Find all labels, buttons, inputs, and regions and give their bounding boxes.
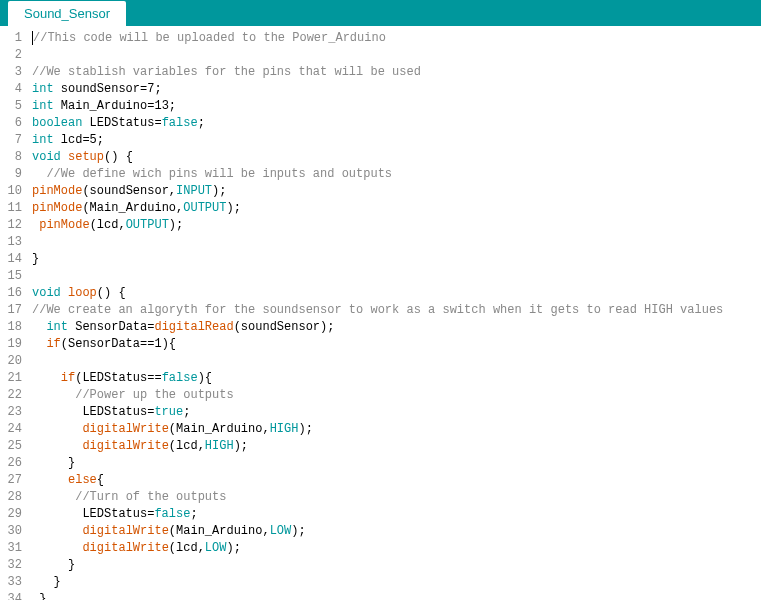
code-line[interactable] [32, 47, 761, 64]
line-number: 30 [0, 523, 22, 540]
line-number: 25 [0, 438, 22, 455]
line-number: 23 [0, 404, 22, 421]
code-line[interactable]: //We stablish variables for the pins tha… [32, 64, 761, 81]
code-line[interactable]: pinMode(Main_Arduino,OUTPUT); [32, 200, 761, 217]
code-line[interactable]: if(SensorData==1){ [32, 336, 761, 353]
line-number: 12 [0, 217, 22, 234]
line-number: 7 [0, 132, 22, 149]
code-line[interactable]: //We define wich pins will be inputs and… [32, 166, 761, 183]
line-number: 13 [0, 234, 22, 251]
line-number: 15 [0, 268, 22, 285]
line-number: 17 [0, 302, 22, 319]
code-line[interactable]: if(LEDStatus==false){ [32, 370, 761, 387]
code-line[interactable]: int soundSensor=7; [32, 81, 761, 98]
line-number: 34 [0, 591, 22, 600]
code-line[interactable]: LEDStatus=true; [32, 404, 761, 421]
line-number: 18 [0, 319, 22, 336]
line-number: 29 [0, 506, 22, 523]
tab-bar: Sound_Sensor [0, 0, 761, 26]
line-number: 1 [0, 30, 22, 47]
code-line[interactable] [32, 353, 761, 370]
code-line[interactable]: boolean LEDStatus=false; [32, 115, 761, 132]
line-number-gutter: 1234567891011121314151617181920212223242… [0, 30, 28, 600]
code-line[interactable]: } [32, 574, 761, 591]
code-line[interactable]: pinMode(lcd,OUTPUT); [32, 217, 761, 234]
code-line[interactable]: //We create an algoryth for the soundsen… [32, 302, 761, 319]
code-editor[interactable]: 1234567891011121314151617181920212223242… [0, 26, 761, 600]
line-number: 20 [0, 353, 22, 370]
code-line[interactable]: pinMode(soundSensor,INPUT); [32, 183, 761, 200]
code-line[interactable]: digitalWrite(Main_Arduino,HIGH); [32, 421, 761, 438]
line-number: 4 [0, 81, 22, 98]
line-number: 28 [0, 489, 22, 506]
code-line[interactable]: digitalWrite(Main_Arduino,LOW); [32, 523, 761, 540]
code-line[interactable]: int Main_Arduino=13; [32, 98, 761, 115]
code-line[interactable]: //This code will be uploaded to the Powe… [32, 30, 761, 47]
line-number: 16 [0, 285, 22, 302]
line-number: 26 [0, 455, 22, 472]
code-line[interactable]: //Power up the outputs [32, 387, 761, 404]
line-number: 31 [0, 540, 22, 557]
code-line[interactable]: int lcd=5; [32, 132, 761, 149]
code-line[interactable]: LEDStatus=false; [32, 506, 761, 523]
line-number: 5 [0, 98, 22, 115]
tab-sound-sensor[interactable]: Sound_Sensor [8, 1, 126, 26]
code-line[interactable]: else{ [32, 472, 761, 489]
code-line[interactable]: int SensorData=digitalRead(soundSensor); [32, 319, 761, 336]
code-line[interactable]: } [32, 251, 761, 268]
line-number: 27 [0, 472, 22, 489]
code-area[interactable]: //This code will be uploaded to the Powe… [28, 30, 761, 600]
code-line[interactable]: } [32, 557, 761, 574]
code-line[interactable]: //Turn of the outputs [32, 489, 761, 506]
line-number: 11 [0, 200, 22, 217]
line-number: 21 [0, 370, 22, 387]
line-number: 32 [0, 557, 22, 574]
code-line[interactable]: digitalWrite(lcd,LOW); [32, 540, 761, 557]
line-number: 2 [0, 47, 22, 64]
code-line[interactable]: void loop() { [32, 285, 761, 302]
line-number: 10 [0, 183, 22, 200]
line-number: 3 [0, 64, 22, 81]
code-line[interactable]: } [32, 455, 761, 472]
line-number: 24 [0, 421, 22, 438]
line-number: 33 [0, 574, 22, 591]
line-number: 8 [0, 149, 22, 166]
code-line[interactable]: void setup() { [32, 149, 761, 166]
code-line[interactable]: digitalWrite(lcd,HIGH); [32, 438, 761, 455]
line-number: 6 [0, 115, 22, 132]
line-number: 9 [0, 166, 22, 183]
code-line[interactable] [32, 234, 761, 251]
code-line[interactable] [32, 268, 761, 285]
line-number: 14 [0, 251, 22, 268]
line-number: 22 [0, 387, 22, 404]
line-number: 19 [0, 336, 22, 353]
code-line[interactable]: } [32, 591, 761, 600]
